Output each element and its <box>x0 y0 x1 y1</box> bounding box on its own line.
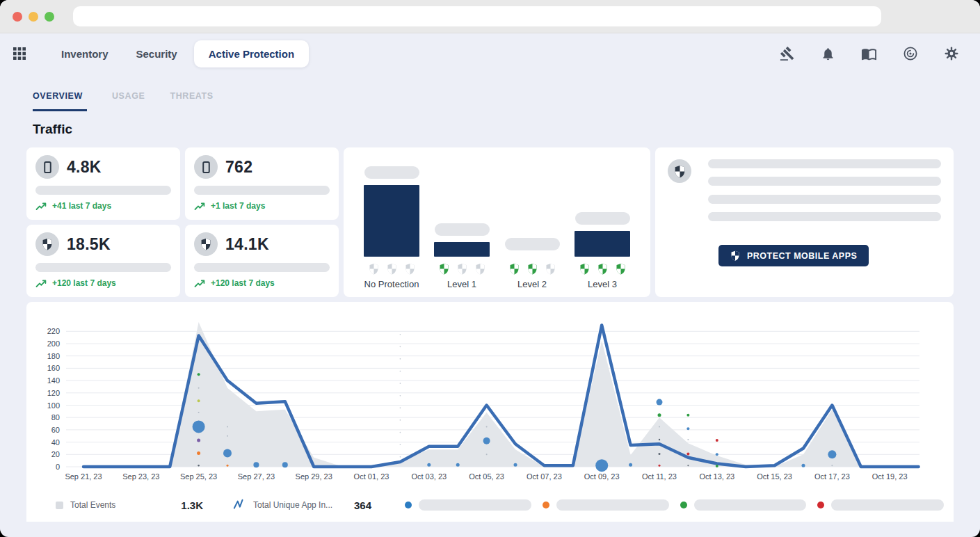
zoom-window-button[interactable] <box>45 12 54 22</box>
scatter-point <box>197 438 200 442</box>
x-axis-tick: Sep 25, 23 <box>180 472 217 481</box>
tab-threats[interactable]: THREATS <box>170 91 213 111</box>
protection-level-no-protection: No Protection <box>360 159 423 289</box>
protect-apps-card: PROTECT MOBILE APPS <box>655 147 954 297</box>
scatter-point <box>427 463 431 467</box>
nav-utility-icons <box>780 46 969 62</box>
status-disc-icon[interactable] <box>903 46 918 61</box>
y-axis-tick: 220 <box>47 327 60 335</box>
legend-item-series-5[interactable] <box>817 499 944 511</box>
shield-icon <box>475 263 485 275</box>
legend-value: 364 <box>354 499 371 511</box>
level-bar <box>434 242 490 257</box>
stat-card: 762 +1 last 7 days <box>185 147 339 220</box>
bell-icon[interactable] <box>821 47 835 61</box>
level-label: Level 3 <box>588 279 617 289</box>
scatter-point <box>802 464 805 467</box>
mobile-icon-badge <box>35 155 59 179</box>
shield-icon <box>405 263 415 275</box>
scatter-point <box>595 459 608 472</box>
nav-item-security[interactable]: Security <box>125 41 188 67</box>
level-label: Level 2 <box>517 279 547 289</box>
placeholder-bar <box>694 499 807 511</box>
legend-item-unique-app-installs[interactable]: Total Unique App In... 364 <box>232 499 371 511</box>
y-axis-tick: 200 <box>47 339 60 348</box>
x-axis-tick: Oct 05, 23 <box>469 472 504 481</box>
scatter-point <box>659 426 660 427</box>
y-axis-tick: 160 <box>47 364 60 372</box>
stat-delta: +120 last 7 days <box>194 278 330 288</box>
scatter-point <box>486 454 488 455</box>
stat-value: 762 <box>225 158 252 177</box>
chart-legend: Total Events 1.3K Total Unique App In...… <box>56 499 944 511</box>
placeholder-bar <box>575 212 630 225</box>
browser-titlebar <box>0 0 980 33</box>
protect-mobile-apps-button[interactable]: PROTECT MOBILE APPS <box>718 245 869 266</box>
x-axis-tick: Oct 07, 23 <box>527 472 562 481</box>
minimize-window-button[interactable] <box>29 12 38 22</box>
scatter-point <box>831 465 833 466</box>
x-axis-tick: Oct 01, 23 <box>354 472 389 481</box>
section-title: Traffic <box>33 122 980 137</box>
y-axis-tick: 40 <box>51 438 60 447</box>
nav-item-inventory[interactable]: Inventory <box>50 41 120 67</box>
protection-level-level-2: Level 2 <box>501 159 563 289</box>
nav-item-active-protection[interactable]: Active Protection <box>194 40 309 67</box>
scatter-point <box>198 412 200 413</box>
gavel-icon[interactable] <box>780 46 795 61</box>
scatter-point <box>659 439 660 440</box>
legend-item-total-events[interactable]: Total Events 1.3K <box>56 499 203 511</box>
placeholder-text-lines <box>708 159 941 230</box>
apps-grid-icon[interactable] <box>10 44 29 63</box>
y-axis-tick: 80 <box>51 413 60 422</box>
dot-swatch-icon <box>543 502 549 508</box>
stat-value: 4.8K <box>67 158 102 177</box>
placeholder-bar <box>364 166 419 179</box>
stat-card: 14.1K +120 last 7 days <box>185 225 339 297</box>
legend-item-series-3[interactable] <box>543 499 669 511</box>
legend-label: Total Events <box>70 500 115 510</box>
legend-item-series-2[interactable] <box>405 499 531 511</box>
scatter-point <box>198 373 200 376</box>
shield-icon <box>369 263 379 275</box>
square-swatch-icon <box>56 502 63 509</box>
y-axis-tick: 20 <box>51 450 60 458</box>
shield-badge-icon <box>668 159 691 183</box>
shield-icon <box>439 263 449 275</box>
placeholder-line <box>708 212 941 221</box>
stat-card: 18.5K +120 last 7 days <box>26 225 180 297</box>
level-bar <box>575 231 630 257</box>
placeholder-line <box>708 195 941 204</box>
stat-delta: +1 last 7 days <box>194 201 330 211</box>
settings-gear-icon[interactable] <box>944 46 959 61</box>
scatter-point <box>828 450 836 458</box>
tab-overview[interactable]: OVERVIEW <box>33 91 87 111</box>
traffic-chart-svg: 020406080100120140160180200220Sep 21, 23… <box>26 302 954 484</box>
placeholder-line <box>708 177 941 186</box>
stat-delta: +41 last 7 days <box>35 201 171 211</box>
docs-book-icon[interactable] <box>861 46 877 62</box>
x-axis-tick: Oct 09, 23 <box>584 472 620 481</box>
scatter-point <box>687 465 689 466</box>
shield-icon <box>579 263 590 275</box>
legend-value: 1.3K <box>181 499 203 511</box>
legend-item-series-4[interactable] <box>680 499 807 511</box>
shield-icon <box>42 238 53 250</box>
shield-icon <box>509 263 520 275</box>
placeholder-bar <box>35 263 171 272</box>
placeholder-bar <box>35 186 171 195</box>
scatter-point <box>629 463 632 467</box>
scatter-point <box>716 439 718 442</box>
shield-rating <box>439 262 485 275</box>
y-axis-tick: 180 <box>47 352 60 360</box>
scatter-point <box>227 465 229 467</box>
dot-swatch-icon <box>405 502 412 508</box>
protection-levels-card: No Protection Level 1 Level 2 <box>344 147 650 297</box>
shield-icon <box>545 263 556 275</box>
tab-usage[interactable]: USAGE <box>112 91 145 111</box>
scatter-point <box>657 399 663 406</box>
shield-icon <box>616 263 626 275</box>
x-axis-tick: Oct 03, 23 <box>411 472 447 481</box>
address-bar[interactable] <box>73 6 881 26</box>
close-window-button[interactable] <box>13 12 22 22</box>
